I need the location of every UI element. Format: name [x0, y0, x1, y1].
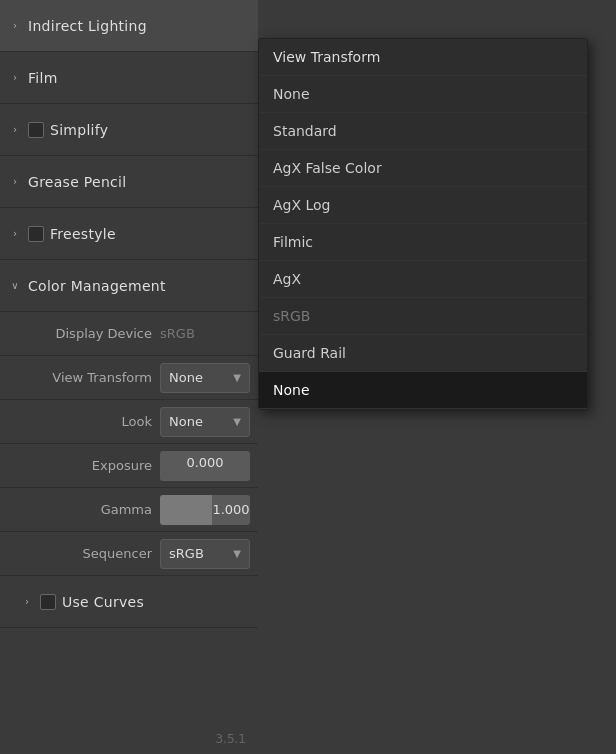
view-transform-dropdown-trigger[interactable]: None ▼: [160, 363, 250, 393]
chevron-right-icon: ›: [8, 19, 22, 33]
look-label: Look: [20, 414, 160, 429]
popup-item-agx-log[interactable]: AgX Log: [259, 187, 587, 224]
sidebar-item-indirect-lighting[interactable]: › Indirect Lighting: [0, 0, 258, 52]
gamma-value[interactable]: 1.000: [160, 495, 250, 525]
version-text: 3.5.1: [215, 732, 246, 746]
version-bar: 3.5.1: [0, 724, 258, 754]
chevron-right-icon: ›: [8, 227, 22, 241]
gamma-slider-handle[interactable]: [160, 495, 212, 525]
popup-item-agx-false-color[interactable]: AgX False Color: [259, 150, 587, 187]
gamma-label: Gamma: [20, 502, 160, 517]
freestyle-checkbox[interactable]: [28, 226, 44, 242]
popup-item-none[interactable]: None: [259, 76, 587, 113]
sidebar-item-label: Color Management: [28, 278, 166, 294]
look-dropdown[interactable]: None ▼: [160, 407, 250, 437]
dropdown-caret-icon: ▼: [233, 416, 241, 427]
look-dropdown-trigger[interactable]: None ▼: [160, 407, 250, 437]
chevron-right-icon: ›: [8, 71, 22, 85]
sidebar-item-color-management[interactable]: ∨ Color Management: [0, 260, 258, 312]
chevron-down-icon: ∨: [8, 279, 22, 293]
display-device-label: Display Device: [20, 326, 160, 341]
properties-panel: › Indirect Lighting › Film › Simplify › …: [0, 0, 258, 754]
popup-item-srgb[interactable]: sRGB: [259, 298, 587, 335]
sidebar-item-grease-pencil[interactable]: › Grease Pencil: [0, 156, 258, 208]
chevron-right-icon: ›: [8, 175, 22, 189]
dropdown-caret-icon: ▼: [233, 372, 241, 383]
sidebar-item-label: Film: [28, 70, 58, 86]
view-transform-dropdown[interactable]: None ▼: [160, 363, 250, 393]
look-row: Look None ▼: [0, 400, 258, 444]
popup-item-filmic[interactable]: Filmic: [259, 224, 587, 261]
sidebar-item-simplify[interactable]: › Simplify: [0, 104, 258, 156]
popup-item-none-selected[interactable]: None: [259, 372, 587, 409]
view-transform-label: View Transform: [20, 370, 160, 385]
gamma-number[interactable]: 1.000: [212, 495, 250, 525]
use-curves-row[interactable]: › Use Curves: [0, 576, 258, 628]
sequencer-value: sRGB: [169, 546, 204, 561]
exposure-label: Exposure: [20, 458, 160, 473]
popup-item-agx[interactable]: AgX: [259, 261, 587, 298]
popup-item-standard[interactable]: Standard: [259, 113, 587, 150]
sidebar-item-label: Grease Pencil: [28, 174, 126, 190]
sidebar-item-freestyle[interactable]: › Freestyle: [0, 208, 258, 260]
chevron-right-icon: ›: [20, 595, 34, 609]
display-device-row: Display Device sRGB: [0, 312, 258, 356]
popup-item-guard-rail[interactable]: Guard Rail: [259, 335, 587, 372]
exposure-value[interactable]: 0.000: [160, 451, 250, 481]
sidebar-item-film[interactable]: › Film: [0, 52, 258, 104]
chevron-right-icon: ›: [8, 123, 22, 137]
view-transform-value: None: [169, 370, 203, 385]
sequencer-dropdown[interactable]: sRGB ▼: [160, 539, 250, 569]
sequencer-row: Sequencer sRGB ▼: [0, 532, 258, 576]
use-curves-checkbox[interactable]: [40, 594, 56, 610]
exposure-row: Exposure 0.000: [0, 444, 258, 488]
dropdown-caret-icon: ▼: [233, 548, 241, 559]
gamma-row: Gamma 1.000: [0, 488, 258, 532]
gamma-field[interactable]: 1.000: [160, 495, 250, 525]
look-value: None: [169, 414, 203, 429]
sidebar-item-label: Indirect Lighting: [28, 18, 147, 34]
sidebar-item-label: Simplify: [50, 122, 108, 138]
sidebar-item-label: Freestyle: [50, 226, 116, 242]
popup-title: View Transform: [259, 39, 587, 76]
view-transform-popup: View Transform None Standard AgX False C…: [258, 38, 588, 410]
sequencer-label: Sequencer: [20, 546, 160, 561]
display-device-value: sRGB: [160, 326, 250, 341]
simplify-checkbox[interactable]: [28, 122, 44, 138]
view-transform-row: View Transform None ▼: [0, 356, 258, 400]
exposure-field[interactable]: 0.000: [160, 451, 250, 481]
sequencer-dropdown-trigger[interactable]: sRGB ▼: [160, 539, 250, 569]
use-curves-label: Use Curves: [62, 594, 144, 610]
display-device-text: sRGB: [160, 326, 195, 341]
